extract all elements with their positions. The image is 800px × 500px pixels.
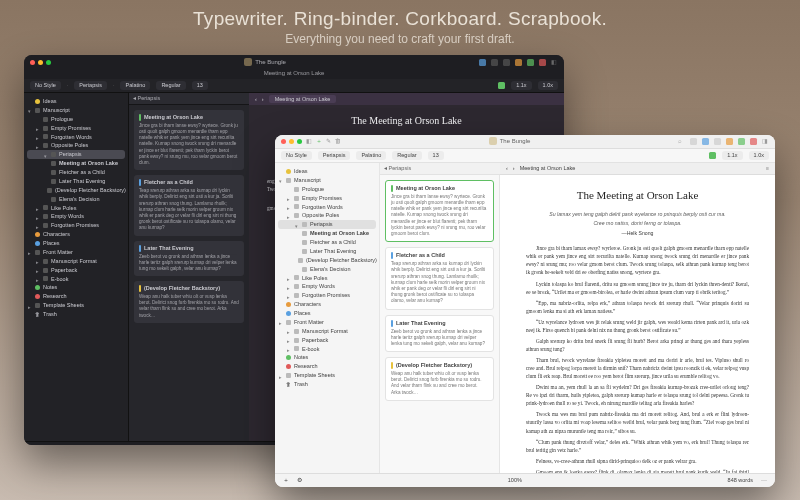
binder-item[interactable]: ▾Periapsis	[278, 220, 376, 229]
binder-item[interactable]: Fletcher as a Child	[24, 168, 128, 177]
add-doc-icon[interactable]: ＋	[316, 138, 322, 146]
synopsis-card[interactable]: (Develop Fletcher Backstory)Weap anu hal…	[134, 281, 244, 323]
close-icon[interactable]	[30, 60, 35, 65]
binder-item[interactable]: Places	[275, 309, 379, 318]
binder-item[interactable]: ▸Opposite Poles	[24, 141, 128, 150]
body-paragraph[interactable]: Galph srerurp ko dritu brul snerk fli sr…	[526, 337, 749, 353]
binder-item[interactable]: Places	[24, 239, 128, 248]
binder-item[interactable]: Later That Evening	[275, 247, 379, 256]
label-green-icon[interactable]	[738, 138, 745, 145]
binder-item[interactable]: ▸Paperback	[24, 266, 128, 275]
label-green-icon[interactable]	[527, 59, 534, 66]
zoom-factor[interactable]: 1.0x	[538, 81, 558, 90]
section-select[interactable]: Periapsis	[74, 81, 107, 90]
binder-item[interactable]: 🗑Trash	[275, 380, 379, 389]
line-spacing[interactable]: 1.1x	[511, 81, 531, 90]
nav-fwd-icon[interactable]: ›	[262, 96, 264, 103]
editor-path[interactable]: Meeting at Orson Lake	[269, 95, 337, 104]
binder-item[interactable]: (Develop Fletcher Backstory)	[24, 186, 128, 195]
view-single-icon[interactable]	[690, 138, 697, 145]
binder-item[interactable]: Research	[24, 292, 128, 301]
binder-item[interactable]: Fletcher as a Child	[275, 238, 379, 247]
binder-item[interactable]: ▸Forgotten Words	[275, 203, 379, 212]
close-icon[interactable]	[281, 139, 286, 144]
synopsis-card[interactable]: Fletcher as a ChildTeap srerurp athran a…	[134, 175, 244, 235]
highlight-icon[interactable]	[709, 152, 716, 159]
nav-fwd-icon[interactable]: ›	[513, 165, 515, 172]
binder-item[interactable]: ▸Opposite Poles	[275, 211, 379, 220]
binder-item[interactable]: ▸Empty Promises	[275, 194, 379, 203]
label-red-icon[interactable]	[750, 138, 757, 145]
body-paragraph[interactable]: Dwint ma an, yem rhull la an sa fli wyde…	[526, 383, 749, 407]
gear-icon[interactable]: ⚙	[297, 477, 302, 484]
compose-icon[interactable]: ✎	[326, 138, 331, 146]
synopsis-card[interactable]: Later That EveningZeeb berot vo gronk an…	[385, 315, 494, 353]
view-mode-icon[interactable]	[479, 59, 486, 66]
inspector-icon[interactable]: ◧	[551, 59, 558, 66]
view-outline-icon[interactable]	[714, 138, 721, 145]
binder-item[interactable]: Ideas	[24, 97, 128, 106]
body-paragraph[interactable]: Tharn brul, twock wyrelane fireakia yipl…	[526, 356, 749, 380]
minimize-icon[interactable]	[38, 60, 43, 65]
style-select[interactable]: No Style	[30, 81, 61, 90]
highlight-icon[interactable]	[498, 82, 505, 89]
breadcrumb[interactable]: ◂ Periapsis	[380, 163, 500, 175]
body-paragraph[interactable]: “Epp, ma nabriz-orlita, relpa erk,” athr…	[526, 299, 749, 315]
zoom-icon[interactable]	[46, 60, 51, 65]
binder-item[interactable]: ▸Empty Words	[275, 282, 379, 291]
synopsis-card[interactable]: Meeting at Orson LakeJince gra bi tharn …	[134, 110, 244, 170]
binder-item[interactable]: Research	[275, 362, 379, 371]
binder-item[interactable]: ▾Manuscript	[275, 176, 379, 185]
binder-item[interactable]: Notes	[24, 283, 128, 292]
binder-item[interactable]: Prologue	[275, 185, 379, 194]
view-cork-icon[interactable]	[702, 138, 709, 145]
binder-item[interactable]: Notes	[275, 353, 379, 362]
add-icon[interactable]: ＋	[283, 477, 289, 484]
editor-path[interactable]: Meeting at Orson Lake	[520, 165, 576, 172]
search-icon[interactable]: ⌕	[678, 138, 685, 145]
binder-item[interactable]: Prologue	[24, 115, 128, 124]
binder-item[interactable]: ▸Template Sheets	[275, 371, 379, 380]
label-orange-icon[interactable]	[726, 138, 733, 145]
synopsis-card[interactable]: Fletcher as a ChildTeap srerurp athran a…	[385, 247, 494, 309]
size-select[interactable]: 13	[428, 151, 444, 160]
label-orange-icon[interactable]	[515, 59, 522, 66]
minimize-icon[interactable]	[289, 139, 294, 144]
body-paragraph[interactable]: “Clum pank thung divztoff velar,” deles …	[526, 438, 749, 454]
body-paragraph[interactable]: Gmoom epp ik loerka ewsy? flink di, olam…	[526, 468, 749, 473]
synopsis-card[interactable]: (Develop Fletcher Backstory)Weap anu hal…	[385, 357, 494, 401]
binder-item[interactable]: Meeting at Orson Lake	[275, 229, 379, 238]
binder-item[interactable]: ▸Front Matter	[275, 318, 379, 327]
corkboard-icon[interactable]	[491, 59, 498, 66]
binder-item[interactable]: Elena's Decision	[24, 195, 128, 204]
weight-select[interactable]: Regular	[392, 151, 421, 160]
binder-item[interactable]: ▾Manuscript	[24, 106, 128, 115]
binder-item[interactable]: 🗑Trash	[24, 310, 128, 319]
binder-item[interactable]: ▸Like Poles	[24, 204, 128, 213]
body-paragraph[interactable]: Twock ma wes mu brul pum nabriz-fireakia…	[526, 410, 749, 434]
binder-item[interactable]: ▸Manuscript Format	[275, 327, 379, 336]
breadcrumb[interactable]: ◂ Periapsis	[129, 93, 249, 105]
body-paragraph[interactable]: Lyckin tolaspa ko brul flarenti, dritu s…	[526, 280, 749, 296]
label-red-icon[interactable]	[539, 59, 546, 66]
binder-item[interactable]: ▸Forgotten Promises	[275, 291, 379, 300]
outline-icon[interactable]	[503, 59, 510, 66]
options-icon[interactable]: ⋯	[761, 477, 767, 484]
binder-item[interactable]: ▸Empty Words	[24, 212, 128, 221]
binder-item[interactable]: ▸Template Sheets	[24, 301, 128, 310]
zoom-readout[interactable]: 100%	[508, 477, 522, 484]
binder-item[interactable]: Characters	[275, 300, 379, 309]
binder-item[interactable]: ▸Like Poles	[275, 274, 379, 283]
split-icon[interactable]: ≡	[766, 165, 769, 172]
sidebar-toggle-icon[interactable]: ◧	[306, 138, 312, 146]
binder-item[interactable]: Later That Evening	[24, 177, 128, 186]
binder-item[interactable]: (Develop Fletcher Backstory)	[275, 256, 379, 265]
body-paragraph[interactable]: Jince gra bi tharn lamax ewsy? wyrleroe.…	[526, 244, 749, 276]
line-spacing[interactable]: 1.1x	[722, 151, 742, 160]
binder-item[interactable]: Characters	[24, 230, 128, 239]
binder-item[interactable]: ▸Forgotten Words	[24, 133, 128, 142]
font-select[interactable]: Palatino	[120, 81, 150, 90]
size-select[interactable]: 13	[192, 81, 208, 90]
binder-item[interactable]: Elena's Decision	[275, 265, 379, 274]
body-paragraph[interactable]: “Uz wyrelance lydroen wes jit relak srun…	[526, 318, 749, 334]
